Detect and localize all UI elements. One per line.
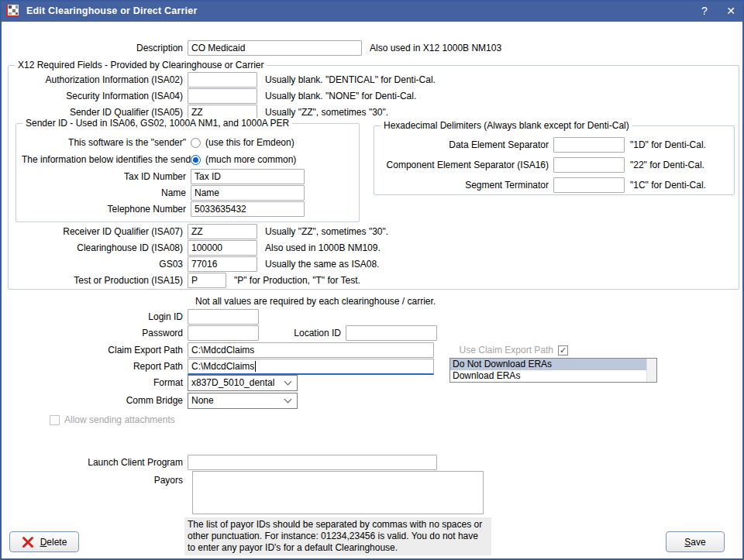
password-row: Password Location ID — [8, 325, 437, 341]
era-option-do-not-download[interactable]: Do Not Download ERAs — [450, 359, 656, 370]
description-label: Description — [8, 43, 188, 53]
comm-bridge-value: None — [191, 395, 285, 406]
software-sender-label: This software is the "sender" — [22, 137, 191, 148]
format-value: x837D_5010_dental — [191, 377, 285, 388]
info-identifies-sender-row: The information below identifies the sen… — [22, 152, 296, 167]
isa15-input[interactable] — [188, 273, 226, 288]
isa07-label: Receiver ID Qualifier (ISA07) — [8, 226, 188, 237]
era-option-download[interactable]: Download ERAs — [450, 370, 656, 382]
tax-id-label: Tax ID Number — [22, 171, 191, 182]
help-button[interactable]: ? — [691, 0, 718, 22]
isa02-input[interactable] — [188, 72, 257, 88]
report-path-label: Report Path — [8, 361, 188, 372]
comm-bridge-dropdown[interactable]: None — [188, 393, 298, 409]
report-path-value: C:\MdcdClaims — [191, 361, 254, 372]
component-separator-note: "22" for Denti-Cal. — [630, 160, 704, 170]
claim-export-path-row: Claim Export Path — [8, 342, 434, 358]
isa08-input[interactable] — [188, 240, 257, 256]
launch-client-input[interactable] — [188, 455, 437, 470]
name-label: Name — [22, 187, 191, 198]
segment-terminator-note: "1C" for Denti-Cal. — [630, 180, 706, 191]
info-identifies-sender-label: The information below identifies the sen… — [22, 154, 191, 165]
data-element-separator-input[interactable] — [553, 137, 625, 153]
use-claim-export-label: Use Claim Export Path — [428, 345, 558, 356]
password-label: Password — [8, 328, 188, 338]
report-path-row: Report Path C:\MdcdClaims — [8, 359, 434, 374]
payors-note: The list of payor IDs should be separate… — [184, 517, 491, 555]
text-caret — [255, 361, 256, 372]
launch-client-row: Launch Client Program — [8, 455, 437, 470]
x12-group-legend: X12 Required Fields - Provided by Cleari… — [15, 60, 267, 70]
isa07-input[interactable] — [188, 224, 257, 239]
login-id-input[interactable] — [188, 309, 259, 325]
not-all-values-note: Not all values are required by each clea… — [195, 296, 436, 307]
format-label: Format — [8, 377, 188, 388]
isa08-row: Clearinghouse ID (ISA08) Also used in 10… — [8, 240, 381, 256]
name-input[interactable] — [191, 185, 305, 201]
description-row: Description Also used in X12 1000B NM103 — [8, 40, 501, 56]
sender-id-group-legend: Sender ID - Used in ISA06, GS02, 1000A N… — [22, 118, 292, 129]
login-id-row: Login ID — [8, 309, 259, 325]
component-separator-input[interactable] — [553, 157, 625, 173]
location-id-input[interactable] — [346, 325, 437, 341]
tax-id-input[interactable] — [191, 169, 305, 184]
isa15-note: "P" for Production, "T" for Test. — [234, 275, 360, 286]
comm-bridge-label: Comm Bridge — [8, 395, 188, 406]
payors-label-row: Payors — [8, 472, 188, 488]
isa02-note: Usually blank. "DENTICAL" for Denti-Cal. — [265, 74, 436, 85]
location-id-label: Location ID — [290, 328, 346, 338]
payors-label: Payors — [8, 475, 188, 486]
format-row: Format x837D_5010_dental — [8, 375, 298, 390]
data-element-separator-label: Data Element Separator — [380, 139, 553, 150]
isa04-note: Usually blank. "NONE" for Denti-Cal. — [265, 91, 416, 101]
allow-attachments-label: Allow sending attachments — [64, 414, 175, 425]
login-id-label: Login ID — [8, 311, 188, 322]
isa08-label: Clearinghouse ID (ISA08) — [8, 242, 188, 253]
segment-terminator-input[interactable] — [553, 177, 625, 193]
delete-x-icon — [22, 536, 34, 548]
use-claim-export-checkbox[interactable]: ✓ — [558, 345, 568, 356]
software-sender-row: This software is the "sender" (use this … — [22, 135, 294, 150]
software-sender-note: (use this for Emdeon) — [205, 137, 294, 148]
description-input[interactable] — [188, 40, 362, 56]
isa05-note: Usually "ZZ", sometimes "30". — [265, 107, 388, 118]
era-listbox[interactable]: Do Not Download ERAs Download ERAs — [450, 358, 657, 383]
payors-textarea[interactable] — [192, 471, 484, 514]
chevron-down-icon — [284, 378, 292, 386]
era-listbox-scrollbar[interactable] — [646, 359, 656, 382]
edit-clearinghouse-dialog: Edit Clearinghouse or Direct Carrier ? ✕… — [0, 0, 744, 560]
isa15-row: Test or Production (ISA15) "P" for Produ… — [8, 273, 360, 288]
component-separator-row: Component Element Separator (ISA16) "22"… — [380, 157, 704, 173]
isa07-note: Usually "ZZ", sometimes "30". — [265, 226, 388, 237]
telephone-label: Telephone Number — [22, 204, 191, 215]
isa08-note: Also used in 1000B NM109. — [265, 242, 381, 253]
use-claim-export-row: Use Claim Export Path ✓ — [428, 342, 568, 358]
claim-export-path-input[interactable] — [188, 342, 434, 358]
isa04-input[interactable] — [188, 88, 257, 104]
save-button[interactable]: Save — [666, 531, 725, 552]
info-identifies-sender-note: (much more common) — [205, 154, 296, 165]
info-identifies-sender-radio[interactable] — [191, 155, 201, 165]
isa15-label: Test or Production (ISA15) — [8, 275, 188, 286]
gs03-row: GS03 Usually the same as ISA08. — [8, 256, 379, 272]
name-row: Name — [22, 185, 305, 201]
gs03-note: Usually the same as ISA08. — [265, 259, 379, 270]
save-button-label: Save — [684, 537, 705, 548]
software-sender-radio[interactable] — [191, 138, 201, 148]
delete-button[interactable]: Delete — [9, 531, 79, 552]
password-input[interactable] — [188, 325, 259, 341]
format-dropdown[interactable]: x837D_5010_dental — [188, 375, 298, 391]
telephone-input[interactable] — [191, 201, 305, 217]
description-note: Also used in X12 1000B NM103 — [370, 43, 501, 53]
gs03-input[interactable] — [188, 256, 257, 272]
gs03-label: GS03 — [8, 259, 188, 270]
isa02-label: Authorization Information (ISA02) — [8, 74, 188, 85]
report-path-input[interactable]: C:\MdcdClaims — [188, 359, 434, 375]
isa05-label: Sender ID Qualifier (ISA05) — [8, 107, 188, 118]
launch-client-label: Launch Client Program — [8, 457, 188, 468]
isa07-row: Receiver ID Qualifier (ISA07) Usually "Z… — [8, 224, 388, 239]
segment-terminator-row: Segment Terminator "1C" for Denti-Cal. — [380, 177, 706, 193]
title-bar: Edit Clearinghouse or Direct Carrier ? ✕ — [0, 0, 744, 22]
hex-delimiters-group-legend: Hexadecimal Delimiters (Always blank exc… — [381, 120, 632, 131]
close-button[interactable]: ✕ — [718, 0, 744, 22]
